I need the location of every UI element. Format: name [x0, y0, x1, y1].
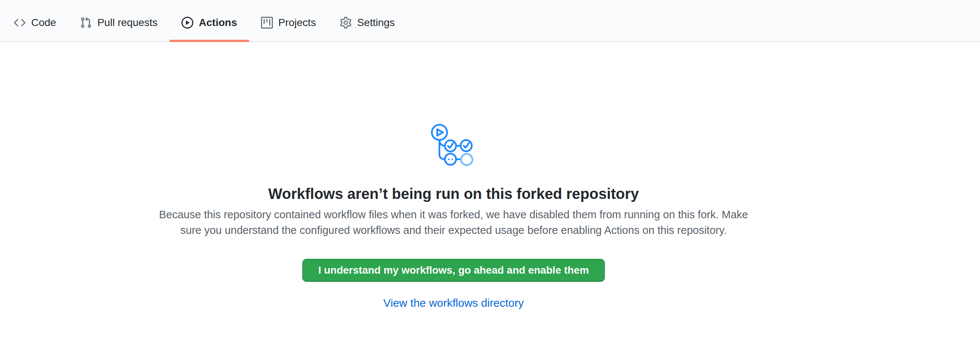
tab-label: Projects — [278, 17, 316, 28]
actions-workflow-icon — [428, 119, 480, 170]
play-icon — [181, 17, 193, 29]
tab-actions[interactable]: Actions — [170, 0, 249, 41]
blankslate-column: Workflows aren’t being run on this forke… — [0, 119, 907, 309]
actions-blankslate: Workflows aren’t being run on this forke… — [0, 119, 980, 309]
workflows-directory-link[interactable]: View the workflows directory — [383, 297, 524, 309]
repo-tab-bar: Code Pull requests Actions Projects Sett… — [0, 0, 980, 42]
tab-label: Actions — [199, 17, 237, 28]
enable-workflows-button[interactable]: I understand my workflows, go ahead and … — [302, 259, 605, 282]
tab-projects[interactable]: Projects — [249, 0, 328, 41]
blankslate-description: Because this repository contained workfl… — [153, 207, 755, 238]
code-icon — [14, 17, 25, 29]
tab-label: Pull requests — [97, 17, 158, 28]
tab-pull-requests[interactable]: Pull requests — [68, 0, 170, 41]
tab-label: Settings — [357, 17, 395, 28]
gear-icon — [340, 17, 352, 29]
tab-code[interactable]: Code — [2, 0, 68, 41]
tab-label: Code — [31, 17, 56, 28]
git-pull-request-icon — [80, 17, 92, 29]
project-icon — [261, 17, 273, 29]
blankslate-heading: Workflows aren’t being run on this forke… — [0, 184, 907, 203]
tab-settings[interactable]: Settings — [328, 0, 407, 41]
